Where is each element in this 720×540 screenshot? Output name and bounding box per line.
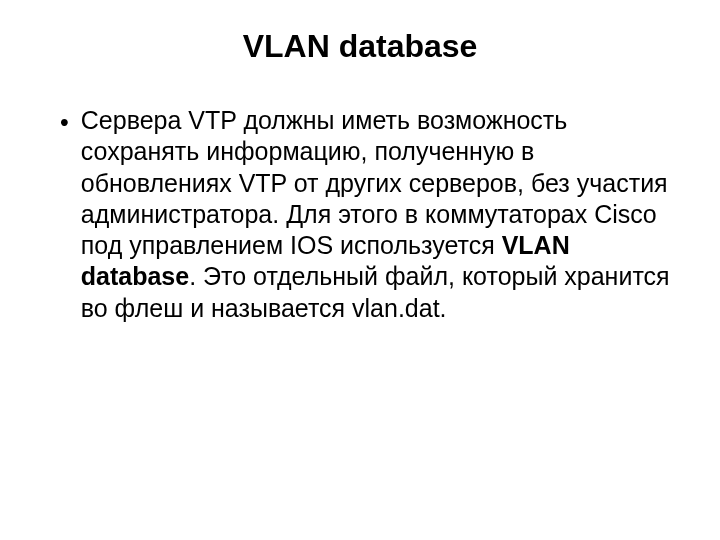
bullet-marker: • (60, 107, 69, 138)
bullet-item: • Сервера VTP должны иметь возможность с… (60, 105, 670, 324)
bullet-text-part1: Сервера VTP должны иметь возможность сох… (81, 106, 668, 259)
slide-content: • Сервера VTP должны иметь возможность с… (50, 105, 670, 324)
bullet-text: Сервера VTP должны иметь возможность сох… (81, 105, 670, 324)
slide-title: VLAN database (50, 28, 670, 65)
